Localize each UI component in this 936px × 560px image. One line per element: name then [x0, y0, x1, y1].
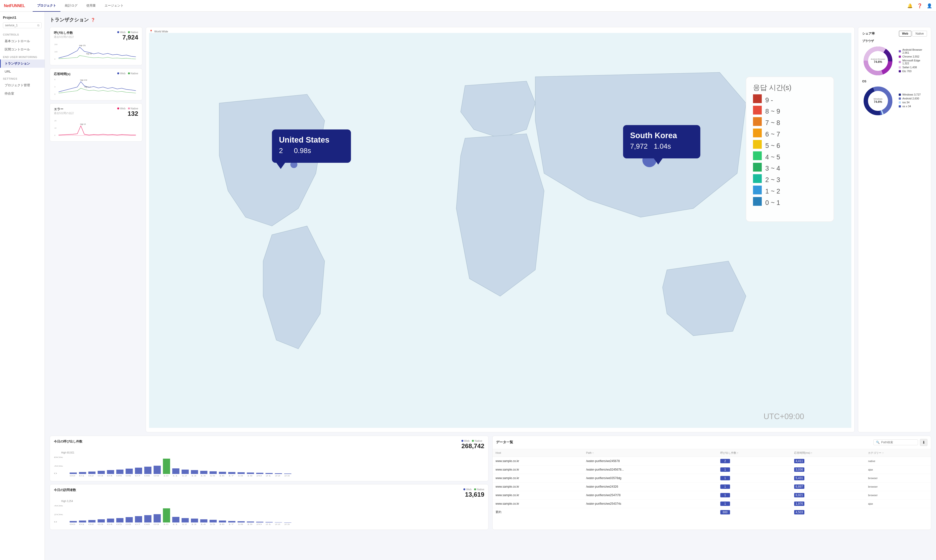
sidebar-section-controls: Controls	[0, 31, 45, 37]
svg-text:09: 09	[154, 523, 159, 525]
svg-text:18: 18	[237, 523, 243, 525]
charts-column: 呼び出し件数 過去5分間の合計 Web Native 7,924 20	[50, 27, 142, 432]
svg-rect-80	[200, 471, 207, 474]
sidebar-search-input[interactable]	[5, 24, 37, 27]
svg-rect-84	[237, 472, 245, 474]
cell-path: /water-purifiers/we254374s	[583, 499, 717, 508]
sidebar-search[interactable]: ⧉	[3, 22, 42, 28]
svg-text:Windows: Windows	[874, 98, 883, 100]
svg-text:8 ~ 9: 8 ~ 9	[765, 108, 780, 115]
account-icon[interactable]: 👤	[927, 3, 932, 9]
cell-category: browser	[865, 482, 931, 491]
today-visitors-card: 今日の訪問者数 Web Native 13,619 High 3,254 40k…	[50, 484, 488, 530]
call-count-title: 呼び出し件数	[54, 31, 74, 35]
sidebar-section-settings: Settings	[0, 75, 45, 81]
svg-rect-139	[275, 522, 282, 523]
svg-rect-79	[191, 470, 198, 474]
svg-rect-121	[107, 518, 114, 523]
svg-rect-41	[753, 163, 762, 172]
svg-rect-117	[70, 521, 77, 523]
svg-rect-124	[135, 516, 142, 523]
nav-menu: プロジェクト 統計ログ 使用量 エージェント	[33, 0, 128, 12]
today-calls-value: 268,742	[462, 442, 484, 450]
svg-text:3 ~ 4: 3 ~ 4	[765, 165, 780, 172]
cell-host: www.sample.co.kr	[493, 457, 583, 465]
table-row: www.sample.co.kr /water-purifiers/we2543…	[493, 499, 931, 508]
page-title: トランザクション ❓	[50, 17, 931, 23]
sidebar-item-basic-control[interactable]: 基本コントロール	[0, 37, 45, 45]
svg-rect-129	[182, 518, 189, 523]
sidebar-item-project-mgmt[interactable]: プロジェクト管理	[0, 81, 45, 89]
svg-text:South Korea: South Korea	[630, 131, 677, 140]
svg-rect-81	[209, 471, 217, 474]
nav-item-usage[interactable]: 使用量	[82, 0, 100, 12]
share-header: シェア率 Web Native	[862, 31, 927, 37]
svg-rect-131	[200, 519, 207, 523]
cell-host: www.sample.co.kr	[493, 482, 583, 491]
today-calls-high: High 60,921	[54, 451, 484, 454]
cell-response: 3,036	[791, 465, 865, 474]
svg-text:20: 20	[54, 120, 57, 122]
svg-text:74.6%: 74.6%	[874, 100, 882, 103]
cell-category: ajax	[865, 465, 931, 474]
copy-icon[interactable]: ⧉	[37, 24, 40, 27]
topnav: NetFUNNEL プロジェクト 統計ログ 使用量 エージェント 🔔 ❓ 👤	[0, 0, 936, 12]
svg-text:16: 16	[219, 475, 225, 477]
sidebar-item-url[interactable]: URL	[0, 68, 45, 75]
today-calls-chart: 80k 40k 0	[54, 455, 484, 477]
svg-rect-37	[753, 140, 762, 149]
svg-text:40k: 40k	[54, 505, 63, 507]
bell-icon[interactable]: 🔔	[907, 3, 913, 9]
call-count-legend: Web Native	[117, 31, 138, 34]
svg-text:0.98s: 0.98s	[294, 147, 311, 154]
cell-path	[583, 508, 717, 516]
svg-rect-45	[753, 186, 762, 194]
svg-text:07: 07	[135, 475, 141, 477]
svg-rect-120	[98, 519, 105, 523]
svg-text:0: 0	[54, 93, 55, 95]
download-button[interactable]: ⬇	[920, 439, 927, 446]
svg-text:5 ~ 6: 5 ~ 6	[765, 142, 780, 149]
svg-text:04: 04	[107, 523, 113, 525]
svg-text:23: 23	[284, 475, 290, 477]
svg-rect-33	[753, 117, 762, 126]
sidebar-item-waiting-room[interactable]: 待合室	[0, 89, 45, 98]
sidebar-item-transaction[interactable]: トランザクション	[0, 60, 45, 68]
nav-item-project[interactable]: プロジェクト	[33, 0, 60, 12]
cell-host: www.sample.co.kr	[493, 499, 583, 508]
svg-rect-136	[247, 522, 254, 523]
os-donut-chart: Windows 74.6%	[862, 85, 894, 117]
svg-text:21: 21	[265, 523, 271, 525]
svg-rect-127	[163, 508, 170, 523]
svg-text:High 13: High 13	[80, 123, 86, 125]
svg-rect-31	[753, 106, 762, 115]
svg-text:15: 15	[209, 523, 215, 525]
table-row: 要約 800 4,503	[493, 508, 931, 516]
error-value: 132	[117, 110, 138, 117]
today-calls-card: 今日の呼び出し件数 Web Native 268,742 High 60,921…	[50, 436, 488, 481]
sidebar-item-zone-control[interactable]: 区間コントロール	[0, 45, 45, 54]
svg-text:22: 22	[275, 475, 280, 477]
nav-item-agent[interactable]: エージェント	[100, 0, 128, 12]
share-tab-native[interactable]: Native	[912, 31, 927, 37]
cell-calls: 1	[717, 499, 791, 508]
today-visitors-legend: Web Native	[463, 488, 484, 491]
sidebar: Project1 ⧉ Controls 基本コントロール 区間コントロール En…	[0, 12, 45, 560]
table-search-box[interactable]: 🔍	[873, 439, 918, 445]
help-icon[interactable]: ❓	[917, 3, 922, 9]
share-tab-web[interactable]: Web	[899, 31, 911, 37]
error-title: エラー	[54, 107, 74, 111]
browser-donut-wrap: Android Browser 74.6% Android Browser 2,…	[862, 45, 927, 77]
svg-text:13: 13	[191, 475, 197, 477]
cell-calls: 2	[717, 457, 791, 465]
nav-item-logs[interactable]: 統計ログ	[60, 0, 82, 12]
cell-path: /water-purifiers/we245678	[583, 457, 717, 465]
svg-rect-82	[219, 472, 226, 474]
cell-path: /water-purifiers/wu0245678...	[583, 465, 717, 474]
cell-calls: 1	[717, 491, 791, 499]
table-search-input[interactable]	[881, 441, 915, 444]
table-row: www.sample.co.kr /water-purifiers/we2432…	[493, 482, 931, 491]
svg-text:100: 100	[54, 51, 57, 53]
search-icon: 🔍	[876, 441, 880, 444]
col-category: カテゴリー ↑	[865, 449, 931, 457]
